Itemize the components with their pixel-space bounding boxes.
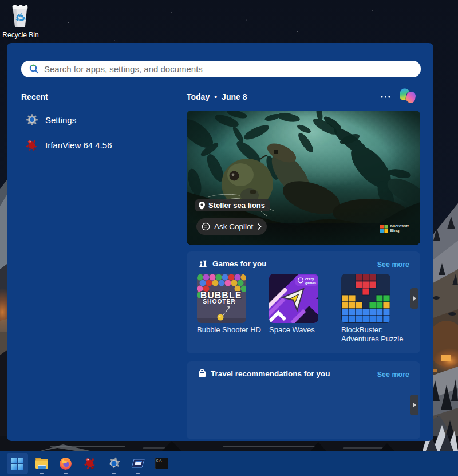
svg-text:crazy: crazy xyxy=(305,277,314,281)
svg-text:C:\_: C:\_ xyxy=(156,459,164,463)
svg-text:HD: HD xyxy=(231,300,236,303)
svg-text:games: games xyxy=(305,281,317,285)
